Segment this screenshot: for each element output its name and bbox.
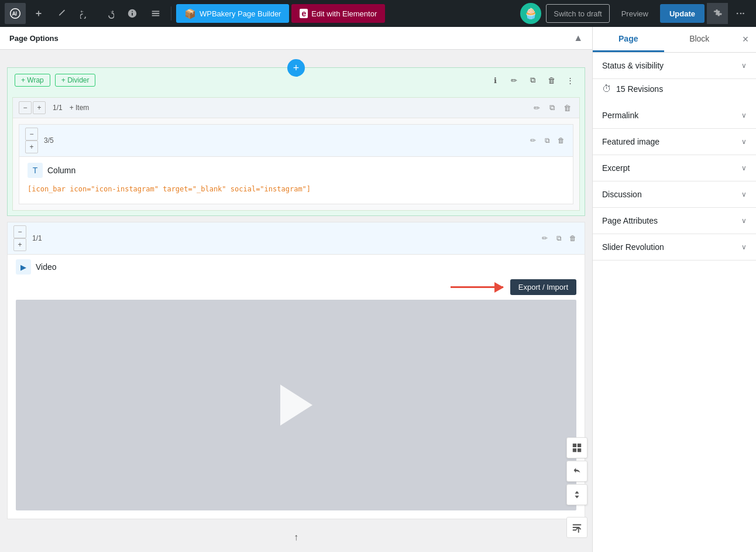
tab-page[interactable]: Page <box>593 27 664 52</box>
row-edit-btn[interactable]: ✏ <box>530 101 543 114</box>
status-chevron: ∨ <box>741 61 747 70</box>
shortcode-text: [icon_bar icon="icon-instagram" target="… <box>28 184 565 194</box>
excerpt-title: Excerpt <box>602 163 630 173</box>
slider-revolution-chevron: ∨ <box>741 243 747 251</box>
slider-revolution-section[interactable]: Slider Revolution ∨ <box>593 234 756 260</box>
separator <box>171 6 171 20</box>
row-header-actions-1: ✏ ⧉ 🗑 <box>530 101 573 114</box>
row-delete-btn[interactable]: 🗑 <box>561 101 573 114</box>
bottom-arrow-area: ↑ <box>0 525 592 550</box>
slider-revolution-title: Slider Revolution <box>602 242 664 252</box>
undo-button[interactable] <box>75 3 96 24</box>
slider-revolution-header: Slider Revolution ∨ <box>602 242 747 252</box>
video-type-icon: ▶ <box>16 259 31 275</box>
revisions-text: 15 Revisions <box>616 84 663 94</box>
video-block-header: − + 1/1 ✏ ⧉ 🗑 <box>8 222 585 255</box>
elementor-button[interactable]: e Edit with Elementor <box>291 4 385 23</box>
right-sidebar: Page Block × Status & visibility ∨ ⏱ 15 … <box>592 27 756 552</box>
column-title-row: T Column <box>28 163 565 178</box>
add-button[interactable] <box>28 3 49 24</box>
revisions-row: ⏱ 15 Revisions <box>593 79 756 102</box>
page-options-bar: Page Options ▲ <box>0 27 592 50</box>
wpbakery-button[interactable]: 📦 WPBakery Page Builder <box>176 4 289 23</box>
permalink-header: Permalink ∨ <box>602 111 747 120</box>
view-button[interactable] <box>566 517 587 538</box>
featured-image-section[interactable]: Featured image ∨ <box>593 129 756 155</box>
discussion-section[interactable]: Discussion ∨ <box>593 181 756 208</box>
wp-logo[interactable] <box>5 3 26 24</box>
divider-button[interactable]: + Divider <box>55 74 96 87</box>
arrow-container <box>451 286 503 288</box>
status-visibility-section[interactable]: Status & visibility ∨ <box>593 53 756 79</box>
wrap-button[interactable]: + Wrap <box>15 74 50 87</box>
row-plus-btn[interactable]: + <box>33 101 46 114</box>
right-action-buttons <box>566 437 587 505</box>
more-action-btn[interactable]: ⋮ <box>562 73 578 88</box>
column-type-icon: T <box>28 163 43 178</box>
info-button[interactable] <box>122 3 143 24</box>
col-minus-btn[interactable]: − <box>25 128 38 140</box>
row-minus-btn[interactable]: − <box>19 101 32 114</box>
delete-action-btn[interactable]: 🗑 <box>544 73 559 88</box>
redo-button[interactable] <box>98 3 119 24</box>
row-header-1: − + 1/1 + Item ✏ ⧉ 🗑 <box>13 98 579 118</box>
video-edit-btn[interactable]: ✏ <box>539 232 551 244</box>
page-attributes-section[interactable]: Page Attributes ∨ <box>593 208 756 234</box>
settings-button[interactable] <box>707 3 728 24</box>
play-triangle <box>280 385 312 426</box>
add-item-button[interactable]: + Item <box>70 104 90 112</box>
video-block-actions: ✏ ⧉ 🗑 <box>539 232 579 244</box>
video-minus-btn[interactable]: − <box>13 225 26 238</box>
video-block: − + 1/1 ✏ ⧉ 🗑 ▶ Video <box>7 222 585 519</box>
info-icon <box>127 8 138 19</box>
page-attributes-title: Page Attributes <box>602 216 658 225</box>
discussion-header: Discussion ∨ <box>602 190 747 199</box>
col-edit-btn[interactable]: ✏ <box>527 135 539 146</box>
edit-action-btn[interactable]: ✏ <box>506 73 521 88</box>
export-import-tooltip: Export / Import <box>510 279 576 295</box>
column-type-label: Column <box>47 166 75 175</box>
permalink-section[interactable]: Permalink ∨ <box>593 102 756 129</box>
video-copy-btn[interactable]: ⧉ <box>553 232 565 244</box>
update-button[interactable]: Update <box>660 4 705 23</box>
menu-button[interactable] <box>145 3 166 24</box>
video-plus-btn[interactable]: + <box>13 238 26 251</box>
row-controls-1: − + <box>19 101 46 114</box>
center-content: Page Options ▲ + + Wrap + Divider ℹ <box>0 27 592 552</box>
preview-button[interactable]: Preview <box>614 4 655 23</box>
col-copy-btn[interactable]: ⧉ <box>541 135 553 146</box>
switch-draft-button[interactable]: Switch to draft <box>546 4 609 23</box>
more-options-button[interactable] <box>730 3 751 24</box>
copy-action-btn[interactable]: ⧉ <box>525 73 540 88</box>
excerpt-section[interactable]: Excerpt ∨ <box>593 155 756 181</box>
scroll-up-button[interactable]: ↑ <box>294 532 298 543</box>
status-visibility-title: Status & visibility <box>602 61 664 70</box>
sort-button[interactable] <box>566 484 587 505</box>
play-icon <box>276 385 317 426</box>
tab-block[interactable]: Block <box>664 27 736 52</box>
col-actions: ✏ ⧉ 🗑 <box>527 135 567 146</box>
sidebar-close-button[interactable]: × <box>735 27 756 52</box>
undo-action-button[interactable] <box>566 461 587 482</box>
add-row-button[interactable]: + <box>287 59 305 77</box>
page-attributes-chevron: ∨ <box>741 217 747 225</box>
column-block-header: − + 3/5 ✏ ⧉ 🗑 <box>19 125 573 157</box>
video-title-row: ▶ Video <box>8 255 585 279</box>
row-copy-btn[interactable]: ⧉ <box>545 101 558 114</box>
wrap-row-actions: ℹ ✏ ⧉ 🗑 ⋮ <box>487 73 578 88</box>
video-preview[interactable] <box>16 300 576 510</box>
page-attributes-header: Page Attributes ∨ <box>602 216 747 225</box>
col-plus-btn[interactable]: + <box>25 140 38 153</box>
topbar-right-actions: Switch to draft Preview Update <box>546 4 705 23</box>
video-delete-btn[interactable]: 🗑 <box>567 232 579 244</box>
page-options-title: Page Options <box>9 34 59 43</box>
info-action-btn[interactable]: ℹ <box>487 73 503 88</box>
templates-button[interactable] <box>566 437 587 458</box>
col-delete-btn[interactable]: 🗑 <box>555 135 567 146</box>
discussion-title: Discussion <box>602 190 642 199</box>
arrowhead <box>494 282 504 293</box>
column-block: − + 3/5 ✏ ⧉ 🗑 T <box>19 124 573 204</box>
wrap-row: + + Wrap + Divider ℹ ✏ ⧉ 🗑 ⋮ <box>7 67 585 216</box>
page-options-collapse[interactable]: ▲ <box>573 33 583 43</box>
edit-button[interactable] <box>51 3 73 24</box>
